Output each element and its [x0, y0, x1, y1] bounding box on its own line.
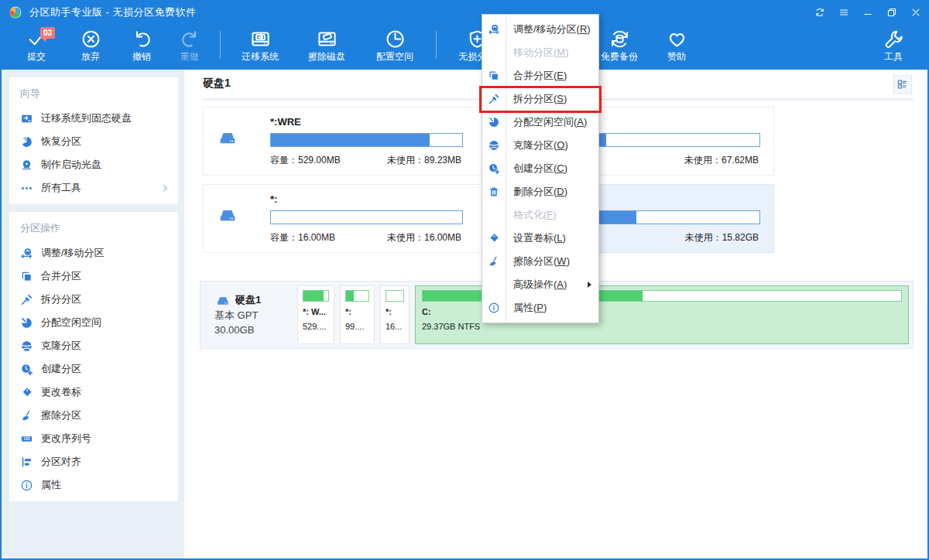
sidebar-item-label: 属性	[41, 478, 61, 492]
toolbar-icon	[609, 29, 630, 50]
toolbar-button[interactable]: 重做	[166, 29, 214, 62]
sidebar-item[interactable]: 属性	[9, 473, 178, 497]
toolbar-icon	[317, 29, 338, 50]
close-button[interactable]	[903, 0, 927, 25]
sidebar-item-icon: 123	[20, 432, 33, 446]
sidebar-item-label: 创建分区	[41, 362, 81, 376]
sidebar-item-icon	[20, 293, 33, 306]
menu-item-label: 拆分分区(S)	[513, 92, 567, 106]
partition-card[interactable]: *:WRE 容量：529.00MB 未使用：89.23MB	[203, 107, 493, 176]
toolbar-label: 配置空间	[376, 51, 413, 62]
menu-item-icon	[488, 302, 500, 314]
sidebar-item[interactable]: 拆分分区	[9, 288, 178, 311]
sidebar-item-label: 分区对齐	[41, 455, 81, 469]
menu-item-label: 创建分区(C)	[513, 162, 567, 176]
minimize-button[interactable]	[855, 0, 879, 25]
disk-heading: 硬盘1	[203, 77, 231, 90]
tools-button[interactable]: 工具	[870, 29, 917, 62]
toolbar-icon	[180, 29, 201, 50]
toolbar-icon	[385, 29, 406, 50]
sidebar-item[interactable]: 分区对齐	[9, 450, 178, 473]
app-logo-icon	[9, 5, 22, 19]
sidebar-item-icon	[20, 363, 33, 376]
sidebar-item[interactable]: 恢复分区	[9, 130, 178, 153]
sidebar: 向导 迁移系统到固态硬盘 恢复分区	[2, 70, 184, 558]
context-menu-item[interactable]: 创建分区(C)	[482, 157, 598, 180]
toolbar-button[interactable]: 赞助	[653, 29, 700, 62]
toolbar-button[interactable]: 放弃	[63, 29, 118, 62]
toolbar-label: 赞助	[667, 51, 686, 62]
svg-text:123: 123	[24, 437, 30, 441]
usage-bar-fill	[303, 291, 324, 301]
sidebar-item[interactable]: 所有工具	[9, 176, 178, 200]
titlebar: 分区助手专业版 - 无损分区免费软件	[2, 0, 927, 25]
context-menu-item[interactable]: 调整/移动分区(R)	[482, 18, 598, 41]
sidebar-item-label: 恢复分区	[41, 135, 81, 149]
context-menu-item[interactable]: 擦除分区(W)	[482, 250, 598, 273]
menu-item-icon	[488, 70, 500, 82]
sidebar-item[interactable]: 创建分区	[9, 357, 178, 381]
menu-item-label: 删除分区(D)	[513, 185, 567, 199]
menu-item-label: 高级操作(A)	[513, 278, 567, 292]
toolbar-button[interactable]: 03 提交	[9, 29, 63, 62]
sidebar-item-icon	[20, 456, 33, 469]
context-menu-item[interactable]: 设置卷标(L)	[482, 227, 598, 250]
context-menu-item[interactable]: 删除分区(D)	[482, 180, 598, 203]
menu-item-icon	[488, 162, 500, 175]
wizard-panel: 向导 迁移系统到固态硬盘 恢复分区	[9, 77, 178, 204]
disk-icon	[216, 205, 239, 225]
disk-type: 基本 GPT	[214, 308, 297, 323]
context-menu-item[interactable]: 属性(P)	[482, 296, 598, 319]
usage-bar	[270, 210, 463, 224]
sidebar-item[interactable]: 更改卷标	[9, 381, 178, 404]
toolbar-button[interactable]: 擦除磁盘	[293, 29, 360, 62]
context-menu-item[interactable]: 拆分分区(S)	[482, 87, 598, 111]
partition-ops-title: 分区操作	[9, 215, 178, 241]
partition-block-size: 16...	[386, 319, 404, 334]
toolbar-button[interactable]: 配置空间	[360, 29, 430, 62]
toolbar-label: 工具	[884, 51, 903, 62]
toolbar-separator	[436, 31, 437, 59]
pending-operations-badge[interactable]: 03	[40, 27, 55, 39]
restore-button[interactable]	[879, 0, 903, 25]
view-toggle-button[interactable]	[893, 75, 912, 94]
partition-block[interactable]: *: 16...	[380, 285, 410, 344]
context-menu-item[interactable]: 格式化(F)	[482, 203, 598, 227]
toolbar-button[interactable]: 迁移系统	[227, 29, 293, 62]
sidebar-item[interactable]: 123 更改序列号	[9, 427, 178, 450]
context-menu-item[interactable]: 克隆分区(O)	[482, 134, 598, 157]
sidebar-item[interactable]: 迁移系统到固态硬盘	[9, 107, 178, 130]
partition-card[interactable]: *: 容量：16.00MB 未使用：16.00MB	[203, 184, 493, 253]
context-menu-item[interactable]: 移动分区(M)	[482, 41, 598, 64]
unused-label: 未使用：67.62MB	[684, 154, 759, 167]
partition-block[interactable]: *: 99....	[340, 285, 375, 344]
context-menu-item[interactable]: 高级操作(A)	[482, 273, 598, 296]
disk-icon	[214, 293, 231, 308]
menu-item-label: 属性(P)	[513, 301, 547, 315]
context-menu-item[interactable]: 分配空闲空间(A)	[482, 111, 598, 134]
sidebar-item[interactable]: 制作启动光盘	[9, 153, 178, 176]
context-menu-item[interactable]: 合并分区(E)	[482, 64, 598, 87]
partition-block-label: *:	[345, 305, 369, 319]
partition-block[interactable]: *: W... 529....	[297, 285, 334, 344]
disk-info[interactable]: 硬盘1 基本 GPT 30.00GB	[201, 292, 297, 337]
menu-item-label: 合并分区(E)	[513, 69, 567, 83]
sidebar-item[interactable]: 克隆分区	[9, 334, 178, 357]
menu-item-label: 分配空闲空间(A)	[513, 115, 587, 129]
sidebar-item-label: 更改序列号	[41, 432, 91, 446]
partition-name: *:WRE	[270, 116, 301, 128]
disk-name: 硬盘1	[235, 292, 261, 308]
refresh-button[interactable]	[807, 0, 831, 25]
toolbar-button[interactable]: 撤销	[118, 29, 166, 62]
sidebar-item-icon	[20, 270, 33, 283]
window-controls	[807, 0, 927, 25]
sidebar-item-icon	[20, 112, 33, 125]
menu-item-icon	[488, 209, 500, 221]
hamburger-button[interactable]	[831, 0, 855, 25]
sidebar-item-icon	[20, 159, 33, 172]
partition-block-label: *:	[386, 305, 404, 319]
sidebar-item[interactable]: 合并分区	[9, 265, 178, 288]
sidebar-item[interactable]: 调整/移动分区	[9, 241, 178, 265]
sidebar-item[interactable]: 擦除分区	[9, 404, 178, 427]
sidebar-item[interactable]: 分配空闲空间	[9, 311, 178, 334]
